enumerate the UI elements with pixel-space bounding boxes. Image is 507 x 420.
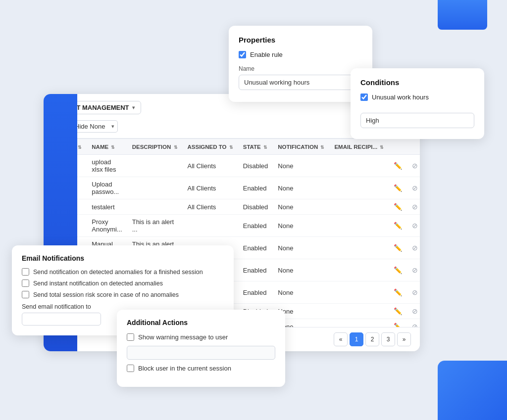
col-disable-action — [407, 139, 420, 155]
col-name[interactable]: NAME ⇅ — [87, 139, 127, 155]
row-state-1: Enabled — [238, 177, 273, 199]
pagination-page-1[interactable]: 1 — [350, 332, 363, 346]
row-assigned-1: All Clients — [183, 177, 238, 199]
additional-actions-title: Additional Actions — [127, 319, 275, 327]
unusual-work-hours-row: Unusual work hours — [360, 93, 474, 101]
table-row: 🔔 Upload passwo... All Clients Enabled N… — [44, 177, 420, 199]
name-field-label: Name — [239, 65, 362, 72]
block-user-checkbox[interactable] — [127, 365, 134, 372]
total-risk-score-label: Send total session risk score in case of… — [33, 291, 179, 298]
row-state-5: Enabled — [238, 259, 273, 281]
row-name-2: testalert — [87, 199, 127, 215]
send-email-label: Send email notification to — [22, 303, 224, 310]
row-name-1: Upload passwo... — [87, 177, 127, 199]
row-notification-0: None — [273, 155, 329, 177]
edit-button-1[interactable]: ✏️ — [394, 184, 402, 192]
show-warning-row: Show warning message to user — [127, 333, 275, 341]
warning-message-input[interactable] — [127, 346, 275, 360]
total-risk-score-row: Send total session risk score in case of… — [22, 291, 224, 298]
row-assigned-0: All Clients — [183, 155, 238, 177]
email-notifications-title: Email Notifications — [22, 254, 224, 262]
row-notification-5: None — [273, 259, 329, 281]
col-email-recipients[interactable]: EMAIL RECIPI... ⇅ — [329, 139, 389, 155]
table-row: 🔔 upload xlsx files All Clients Disabled… — [44, 155, 420, 177]
col-notification[interactable]: NOTIFICATION ⇅ — [273, 139, 329, 155]
chevron-down-icon: ▾ — [132, 105, 135, 110]
show-warning-checkbox[interactable] — [127, 333, 134, 341]
disable-button-1[interactable]: ⊘ — [412, 184, 418, 192]
row-email-7 — [329, 304, 389, 319]
additional-actions-card: Additional Actions Show warning message … — [117, 310, 285, 387]
row-description-0 — [127, 155, 183, 177]
hide-none-select[interactable]: Hide None — [70, 120, 118, 133]
disable-button-6[interactable]: ⊘ — [412, 288, 418, 296]
block-user-row: Block user in the current session — [127, 365, 275, 372]
row-description-2 — [127, 199, 183, 215]
pagination-page-3[interactable]: 3 — [381, 332, 395, 346]
row-state-2: Disabled — [238, 199, 273, 215]
row-email-5 — [329, 259, 389, 281]
row-name-3: Proxy Anonymi... — [87, 215, 127, 237]
row-notification-1: None — [273, 177, 329, 199]
row-email-6 — [329, 281, 389, 304]
anomaly-finished-session-checkbox[interactable] — [22, 268, 29, 276]
disable-button-4[interactable]: ⊘ — [412, 244, 418, 252]
col-assigned[interactable]: ASSIGNED TO ⇅ — [183, 139, 238, 155]
unusual-work-hours-checkbox[interactable] — [360, 93, 368, 101]
conditions-title: Conditions — [360, 78, 474, 87]
edit-button-4[interactable]: ✏️ — [394, 244, 402, 252]
col-edit-action — [389, 139, 407, 155]
row-notification-4: None — [273, 237, 329, 259]
edit-button-0[interactable]: ✏️ — [394, 162, 402, 170]
disable-button-7[interactable]: ⊘ — [412, 307, 418, 315]
anomaly-finished-session-label: Send notification on detected anomalies … — [33, 269, 203, 276]
disable-button-5[interactable]: ⊘ — [412, 266, 418, 274]
unusual-work-hours-label: Unusual work hours — [372, 93, 429, 101]
row-name-0: upload xlsx files — [87, 155, 127, 177]
row-email-1 — [329, 177, 389, 199]
row-state-6: Enabled — [238, 281, 273, 304]
table-row: 🔔 testalert All Clients Disabled None ✏️… — [44, 199, 420, 215]
anomaly-finished-session-row: Send notification on detected anomalies … — [22, 268, 224, 276]
enable-rule-label: Enable rule — [250, 51, 283, 58]
instant-notification-row: Send instant notification on detected an… — [22, 280, 224, 287]
row-email-0 — [329, 155, 389, 177]
disable-button-3[interactable]: ⊘ — [412, 222, 418, 230]
block-user-label: Block user in the current session — [138, 365, 231, 372]
edit-button-2[interactable]: ✏️ — [394, 203, 402, 211]
disable-button-2[interactable]: ⊘ — [412, 203, 418, 211]
enable-rule-row: Enable rule — [239, 51, 362, 58]
row-email-3 — [329, 215, 389, 237]
instant-notification-checkbox[interactable] — [22, 280, 29, 287]
blue-accent-block — [438, 361, 507, 420]
table-row: 🔔 Proxy Anonymi... This is an alert ... … — [44, 215, 420, 237]
row-assigned-2: All Clients — [183, 199, 238, 215]
table-header-row: RI... ⇅ NAME ⇅ DESCRIPTION ⇅ ASSIGNED TO… — [44, 139, 420, 155]
hide-none-wrapper: Hide None — [70, 120, 118, 133]
name-input[interactable] — [239, 75, 362, 90]
show-warning-label: Show warning message to user — [138, 333, 228, 341]
col-description[interactable]: DESCRIPTION ⇅ — [127, 139, 183, 155]
edit-button-5[interactable]: ✏️ — [394, 266, 402, 274]
row-description-3: This is an alert ... — [127, 215, 183, 237]
row-email-4 — [329, 237, 389, 259]
row-email-2 — [329, 199, 389, 215]
blue-top-accent — [438, 0, 487, 30]
edit-button-7[interactable]: ✏️ — [394, 307, 402, 315]
col-state[interactable]: STATE ⇅ — [238, 139, 273, 155]
conditions-card: Conditions Unusual work hours — [351, 68, 484, 139]
send-email-input[interactable] — [22, 313, 101, 326]
total-risk-score-checkbox[interactable] — [22, 291, 29, 298]
row-assigned-3 — [183, 215, 238, 237]
pagination-page-2[interactable]: 2 — [365, 332, 379, 346]
edit-button-6[interactable]: ✏️ — [394, 288, 402, 296]
severity-input[interactable] — [360, 113, 474, 128]
instant-notification-label: Send instant notification on detected an… — [33, 280, 163, 287]
properties-title: Properties — [239, 36, 362, 44]
pagination-prev[interactable]: « — [334, 332, 348, 346]
edit-button-3[interactable]: ✏️ — [394, 222, 402, 230]
row-notification-6: None — [273, 281, 329, 304]
enable-rule-checkbox[interactable] — [239, 51, 246, 58]
disable-button-0[interactable]: ⊘ — [412, 162, 418, 170]
pagination-next[interactable]: » — [397, 332, 411, 346]
